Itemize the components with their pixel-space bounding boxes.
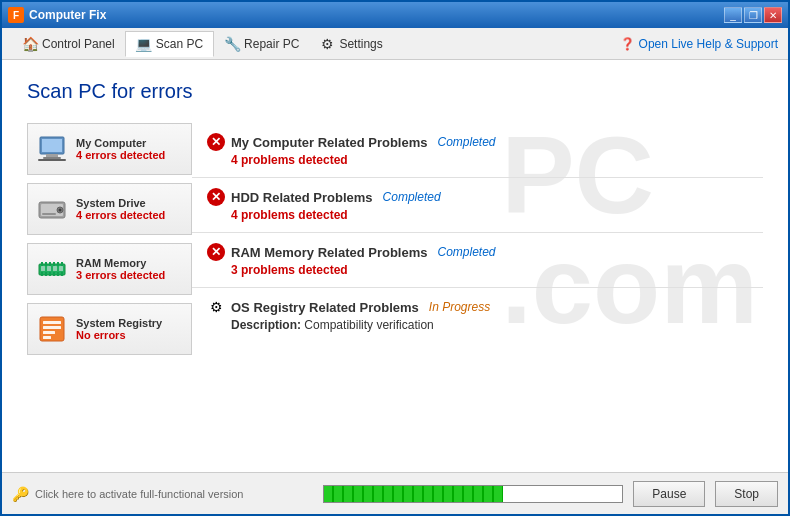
registry-name: System Registry (76, 317, 162, 329)
svg-rect-19 (49, 272, 51, 276)
svg-rect-22 (61, 272, 63, 276)
nav-bar: 🏠 Control Panel 💻 Scan PC 🔧 Repair PC ⚙ … (2, 28, 788, 60)
svg-rect-31 (43, 336, 51, 339)
status-registry: System Registry No errors (27, 303, 192, 355)
problem-registry-status: In Progress (429, 300, 490, 314)
repair-pc-icon: 🔧 (224, 36, 240, 52)
stop-button[interactable]: Stop (715, 481, 778, 507)
nav-scan-pc-label: Scan PC (156, 37, 203, 51)
activate-text: Click here to activate full-functional v… (35, 488, 243, 500)
system-drive-count: 4 errors detected (76, 209, 165, 221)
status-my-computer: My Computer 4 errors detected (27, 123, 192, 175)
nav-settings[interactable]: ⚙ Settings (309, 32, 392, 56)
problem-ram-status: Completed (438, 245, 496, 259)
footer-activate-area[interactable]: 🔑 Click here to activate full-functional… (12, 486, 313, 502)
main-content: PC .com Scan PC for errors (2, 60, 788, 472)
svg-rect-29 (43, 326, 61, 329)
minimize-button[interactable]: _ (724, 7, 742, 23)
problem-ram-name: RAM Memory Related Problems (231, 245, 428, 260)
error-icon-hdd: ✕ (207, 188, 225, 206)
scan-area: My Computer 4 errors detected (27, 123, 763, 355)
ram-icon (36, 253, 68, 285)
nav-control-panel[interactable]: 🏠 Control Panel (12, 32, 125, 56)
problem-my-computer-status: Completed (438, 135, 496, 149)
problem-os-registry: ⚙ OS Registry Related Problems In Progre… (192, 288, 763, 342)
svg-rect-20 (53, 272, 55, 276)
status-ram: RAM Memory 3 errors detected (27, 243, 192, 295)
problem-registry-detail-label: Description: (231, 318, 301, 332)
problem-ram: ✕ RAM Memory Related Problems Completed … (192, 233, 763, 288)
close-button[interactable]: ✕ (764, 7, 782, 23)
svg-rect-24 (47, 266, 51, 271)
pause-button[interactable]: Pause (633, 481, 705, 507)
problem-ram-title-row: ✕ RAM Memory Related Problems Completed (207, 243, 748, 261)
progress-bar-container (323, 485, 623, 503)
drive-icon (36, 193, 68, 225)
help-icon: ❓ (620, 37, 635, 51)
scan-pc-icon: 💻 (136, 36, 152, 52)
svg-rect-17 (41, 272, 43, 276)
ram-name: RAM Memory (76, 257, 165, 269)
main-window: F Computer Fix _ ❐ ✕ 🏠 Control Panel 💻 S… (0, 0, 790, 516)
restore-button[interactable]: ❐ (744, 7, 762, 23)
progress-bar-fill (324, 486, 503, 502)
title-bar: F Computer Fix _ ❐ ✕ (2, 2, 788, 28)
problem-hdd-name: HDD Related Problems (231, 190, 373, 205)
svg-rect-23 (41, 266, 45, 271)
page-title: Scan PC for errors (27, 80, 763, 103)
svg-rect-12 (45, 262, 47, 266)
svg-rect-9 (42, 213, 56, 215)
nav-settings-label: Settings (339, 37, 382, 51)
problem-my-computer-detail: 4 problems detected (231, 153, 748, 167)
svg-rect-30 (43, 331, 55, 334)
problem-hdd: ✕ HDD Related Problems Completed 4 probl… (192, 178, 763, 233)
window-title: Computer Fix (29, 8, 724, 22)
svg-rect-16 (61, 262, 63, 266)
status-system-drive: System Drive 4 errors detected (27, 183, 192, 235)
svg-rect-11 (41, 262, 43, 266)
registry-icon (36, 313, 68, 345)
error-icon-ram: ✕ (207, 243, 225, 261)
svg-rect-25 (53, 266, 57, 271)
spinner-icon-registry: ⚙ (207, 298, 225, 316)
problem-my-computer: ✕ My Computer Related Problems Completed… (192, 123, 763, 178)
registry-info: System Registry No errors (76, 317, 162, 341)
problem-my-computer-name: My Computer Related Problems (231, 135, 428, 150)
nav-scan-pc[interactable]: 💻 Scan PC (125, 31, 214, 57)
system-drive-info: System Drive 4 errors detected (76, 197, 165, 221)
problem-registry-name: OS Registry Related Problems (231, 300, 419, 315)
svg-rect-3 (43, 157, 61, 159)
svg-rect-13 (49, 262, 51, 266)
svg-rect-18 (45, 272, 47, 276)
problem-hdd-status: Completed (383, 190, 441, 204)
nav-help[interactable]: ❓ Open Live Help & Support (620, 37, 778, 51)
svg-rect-14 (53, 262, 55, 266)
problems-panel: ✕ My Computer Related Problems Completed… (192, 123, 763, 355)
nav-help-label: Open Live Help & Support (639, 37, 778, 51)
system-drive-name: System Drive (76, 197, 165, 209)
my-computer-info: My Computer 4 errors detected (76, 137, 165, 161)
svg-point-8 (59, 209, 62, 212)
status-panel: My Computer 4 errors detected (27, 123, 192, 355)
problem-ram-detail: 3 problems detected (231, 263, 748, 277)
my-computer-count: 4 errors detected (76, 149, 165, 161)
svg-rect-4 (38, 159, 66, 161)
computer-icon (36, 133, 68, 165)
app-icon: F (8, 7, 24, 23)
problem-my-computer-title-row: ✕ My Computer Related Problems Completed (207, 133, 748, 151)
key-icon: 🔑 (12, 486, 29, 502)
control-panel-icon: 🏠 (22, 36, 38, 52)
nav-repair-pc[interactable]: 🔧 Repair PC (214, 32, 309, 56)
svg-rect-15 (57, 262, 59, 266)
ram-info: RAM Memory 3 errors detected (76, 257, 165, 281)
problem-hdd-title-row: ✕ HDD Related Problems Completed (207, 188, 748, 206)
svg-rect-2 (46, 154, 58, 157)
svg-rect-1 (42, 139, 62, 152)
footer: 🔑 Click here to activate full-functional… (2, 472, 788, 514)
svg-rect-21 (57, 272, 59, 276)
problem-hdd-detail: 4 problems detected (231, 208, 748, 222)
my-computer-name: My Computer (76, 137, 165, 149)
problem-registry-detail: Description: Compatibility verification (231, 318, 748, 332)
svg-rect-26 (59, 266, 63, 271)
svg-rect-28 (43, 321, 61, 324)
